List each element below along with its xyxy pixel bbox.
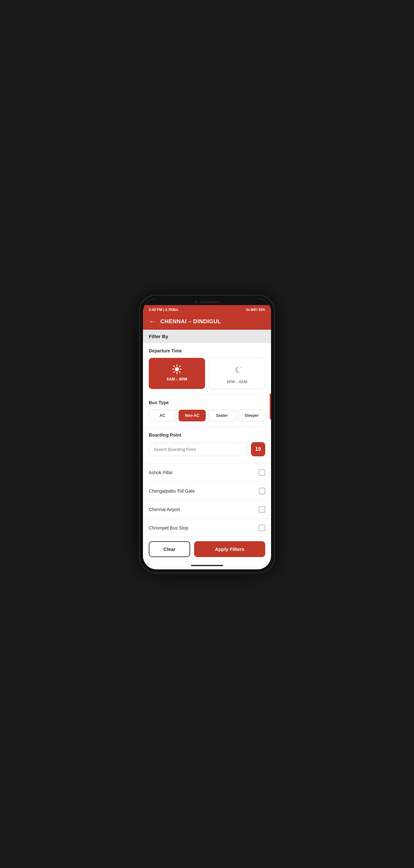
list-item: Chrompet Bus Stop [143,519,271,536]
bus-type-non-ac[interactable]: Non-AC [178,410,206,422]
status-bar: 2:42 PM | 2.7KB/s Vo WiFi 83% [143,305,271,313]
departure-time-title: Departure Time [149,348,265,353]
boarding-point-title: Boarding Point [149,432,265,438]
apply-filters-button[interactable]: Apply Filters [194,541,265,557]
day-time-card[interactable]: 6AM – 6PM [149,358,205,389]
boarding-name-3: Chrompet Bus Stop [149,525,188,530]
speaker-bar [200,301,219,303]
home-indicator [143,563,271,569]
checkbox-2[interactable] [259,506,265,513]
bus-type-seater[interactable]: Seater [208,410,236,422]
boarding-name-0: Ashok Pillar [149,470,173,475]
svg-line-7 [179,366,180,367]
departure-time-section: Departure Time [143,343,271,394]
checkbox-3[interactable] [259,525,265,531]
boarding-name-2: Chennai Airport [149,507,180,512]
svg-point-9 [240,367,242,368]
night-time-label: 6PM – 6AM [227,380,247,384]
list-item: Chengalpattu Toll Gate [143,482,271,500]
camera-dot [195,301,198,304]
signal-text: Vo WiFi [246,308,257,312]
night-time-card[interactable]: 6PM – 6AM [209,358,265,389]
boarding-point-section: Boarding Point 19 [143,427,271,463]
status-time: 2:42 PM | 2.7KB/s [149,308,178,312]
camera-notch [143,299,271,305]
day-time-label: 6AM – 6PM [167,377,187,381]
svg-point-0 [175,367,179,371]
svg-line-5 [173,366,175,367]
filter-by-bar: Filter By [143,330,271,343]
home-bar [191,565,223,566]
boarding-name-1: Chengalpattu Toll Gate [149,488,195,494]
scroll-indicator [270,394,271,420]
svg-line-8 [173,371,175,373]
content-area: Filter By Departure Time [143,330,271,536]
list-item: Ashok Pillar [143,463,271,482]
filter-by-label: Filter By [149,334,168,339]
boarding-list: Ashok Pillar Chengalpattu Toll Gate Chen… [143,463,271,536]
sun-icon [172,364,182,374]
battery-text: 83% [259,308,265,312]
bus-type-section: Bus Type AC Non-AC Seater Sleeper [143,395,271,427]
checkbox-1[interactable] [259,488,265,494]
svg-line-6 [179,371,180,373]
boarding-count-badge: 19 [251,442,265,456]
checkbox-0[interactable] [259,469,265,476]
bus-type-options: AC Non-AC Seater Sleeper [149,410,265,422]
back-button[interactable]: ← [149,317,156,326]
bus-type-title: Bus Type [149,400,265,405]
time-cards: 6AM – 6PM 6PM – 6AM [149,358,265,389]
moon-icon [231,364,243,377]
list-item: Chennai Airport [143,500,271,519]
bus-type-sleeper[interactable]: Sleeper [238,410,265,422]
search-boarding-input[interactable] [149,443,248,456]
page-title: CHENNAI – DINDIGUL [161,318,221,325]
boarding-search-row: 19 [149,442,265,456]
header: ← CHENNAI – DINDIGUL [143,313,271,330]
bottom-buttons: Clear Apply Filters [143,536,271,563]
status-icons: Vo WiFi 83% [246,308,265,312]
bus-type-ac[interactable]: AC [149,410,176,422]
clear-button[interactable]: Clear [149,541,190,557]
